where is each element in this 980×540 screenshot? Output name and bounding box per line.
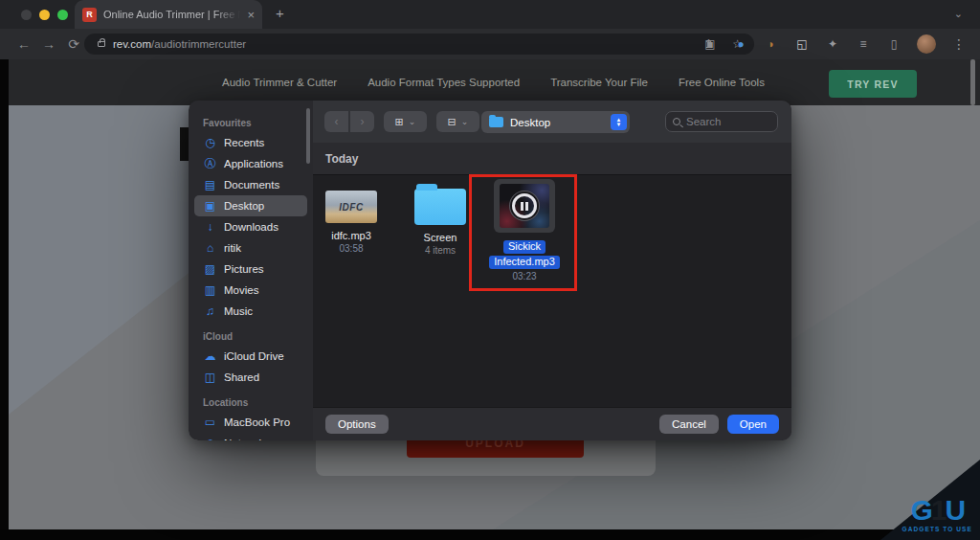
sidebar-item-pictures[interactable]: ▨Pictures (194, 259, 307, 280)
site-nav: Audio Trimmer & CutterAudio Format Types… (222, 59, 765, 105)
file-item-sickick-selected[interactable]: Sickick Infected.mp3 03:23 (483, 179, 566, 281)
chevron-down-icon: ⌄ (409, 117, 416, 126)
dialog-toolbar: ‹ › ⊞⌄ ⊟⌄ Desktop ▲▼ Search (313, 101, 791, 143)
try-rev-button[interactable]: TRY REV (829, 70, 917, 98)
grid-view-icon: ⊞ (395, 116, 404, 128)
sidebar-item-label: Desktop (224, 200, 264, 212)
screen-bezel-left (0, 59, 9, 529)
file-grid: IDFC idfc.mp3 03:58 Screen 4 items (313, 175, 791, 407)
sidebar-item-recents[interactable]: ◷Recents (194, 132, 307, 153)
location-dropdown[interactable]: Desktop ▲▼ (481, 111, 630, 133)
sidebar-item-label: ritik (224, 242, 241, 254)
selected-file-name: Sickick Infected.mp3 (483, 238, 566, 269)
network-globe-icon: ◍ (203, 437, 217, 440)
thumbnail-text: IDFC (339, 202, 363, 213)
watermark-letter: G (910, 494, 930, 526)
cancel-button[interactable]: Cancel (659, 415, 719, 434)
sidebar-item-label: Movies (224, 284, 258, 296)
camera-extension-icon[interactable]: ▣ (702, 37, 718, 51)
sidebar-item-label: iCloud Drive (224, 350, 284, 362)
laptop-icon: ▭ (203, 416, 217, 429)
extensions-puzzle-icon[interactable]: ✦ (825, 37, 840, 51)
side-panel-icon[interactable]: ▯ (886, 37, 902, 51)
sidebar-item-label: Recents (224, 137, 264, 148)
applications-icon: Ⓐ (203, 156, 217, 172)
tab-favicon: R (82, 8, 97, 22)
movies-icon: ▥ (203, 283, 217, 297)
file-duration: 03:58 (321, 243, 382, 254)
file-name: idfc.mp3 (321, 230, 382, 241)
sidebar-scrollbar[interactable] (306, 108, 310, 164)
selected-thumbnail-highlight (494, 179, 555, 233)
sidebar-item-music[interactable]: ♫Music (194, 301, 307, 322)
new-tab-button[interactable]: + (276, 5, 284, 21)
tab-title: Online Audio Trimmer | Free M (103, 9, 240, 20)
group-view-button[interactable]: ⊟⌄ (436, 111, 479, 132)
sidebar-item-applications[interactable]: ⒶApplications (194, 153, 307, 174)
window-zoom-button[interactable] (57, 10, 68, 20)
screen: R Online Audio Trimmer | Free M × + ⌄ ← … (0, 0, 980, 540)
browser-tab[interactable]: R Online Audio Trimmer | Free M × (75, 0, 262, 29)
nav-link-0[interactable]: Audio Trimmer & Cutter (222, 77, 337, 88)
url-domain: rev.com (113, 38, 151, 50)
sidebar-item-icloud-drive[interactable]: ☁iCloud Drive (194, 346, 307, 367)
watermark-logo: G1U GADGETS TO USE (902, 497, 972, 532)
sidebar-item-network[interactable]: ◍Network (194, 433, 307, 440)
tab-search-chevron-icon[interactable]: ⌄ (954, 8, 963, 20)
pause-ring-icon (512, 193, 537, 218)
sidebar-item-movies[interactable]: ▥Movies (194, 280, 307, 301)
sidebar-item-label: Shared (224, 371, 259, 383)
search-field[interactable]: Search (665, 111, 778, 132)
screen-bezel-bottom (0, 529, 980, 540)
clock-icon: ◷ (203, 136, 217, 149)
nav-link-2[interactable]: Transcribe Your File (550, 77, 648, 88)
options-button[interactable]: Options (325, 415, 389, 434)
file-item-idfc[interactable]: IDFC idfc.mp3 03:58 (321, 191, 382, 254)
back-button[interactable]: ← (11, 36, 36, 52)
tab-close-icon[interactable]: × (247, 8, 255, 22)
sidebar-item-downloads[interactable]: ↓Downloads (194, 216, 307, 237)
nav-link-3[interactable]: Free Online Tools (679, 77, 765, 88)
downloads-icon: ↓ (203, 220, 217, 234)
audio-thumbnail: IDFC (325, 191, 377, 223)
sidebar-item-shared[interactable]: ◫Shared (194, 367, 307, 388)
reading-list-icon[interactable]: ≡ (856, 37, 871, 51)
page-edge-element (180, 127, 189, 161)
forward-button[interactable]: → (36, 36, 61, 52)
dialog-footer: Options Cancel Open (313, 407, 791, 440)
sidebar-item-macbook-pro[interactable]: ▭MacBook Pro (194, 412, 307, 433)
sidebar-section-title: Locations (203, 397, 313, 408)
blue-extension-icon[interactable]: ● (733, 37, 748, 51)
icon-view-button[interactable]: ⊞⌄ (384, 111, 427, 132)
site-header: Audio Trimmer & CutterAudio Format Types… (0, 59, 980, 105)
sidebar-item-documents[interactable]: ▤Documents (194, 174, 307, 195)
sidebar-item-ritik[interactable]: ⌂ritik (194, 237, 307, 259)
menu-dots-icon[interactable]: ⋮ (951, 36, 967, 52)
window-close-button[interactable] (21, 10, 32, 20)
open-button[interactable]: Open (727, 415, 779, 434)
folder-icon (489, 117, 503, 127)
dialog-back-button[interactable]: ‹ (324, 111, 348, 132)
sidebar-item-label: Music (224, 305, 253, 317)
profile-avatar[interactable] (917, 34, 936, 54)
url-text: rev.com/audiotrimmercutter (113, 38, 246, 50)
folder-item-screen[interactable]: Screen 4 items (404, 185, 477, 256)
group-header-today: Today (313, 143, 791, 175)
folder-name: Screen (404, 232, 477, 243)
swoosh-extension-icon[interactable]: ◗ (764, 37, 779, 51)
window-controls[interactable] (21, 10, 68, 20)
watermark-letter: 1 (931, 494, 946, 526)
dialog-forward-button[interactable]: › (350, 111, 374, 132)
sidebar-item-desktop[interactable]: ▣Desktop (194, 195, 307, 216)
screen-capture-extension-icon[interactable]: ◱ (794, 37, 810, 51)
address-bar[interactable]: rev.com/audiotrimmercutter ↥ ☆ (84, 34, 754, 55)
sidebar-section-title: iCloud (203, 331, 313, 342)
page-scrollbar[interactable] (970, 59, 975, 105)
file-duration: 03:23 (483, 271, 566, 281)
window-minimize-button[interactable] (39, 10, 50, 20)
shared-folder-icon: ◫ (203, 371, 217, 384)
url-path: /audiotrimmercutter (151, 38, 246, 50)
nav-link-1[interactable]: Audio Format Types Supported (368, 77, 520, 88)
reload-button[interactable]: ⟳ (61, 36, 86, 52)
music-note-icon: ♫ (203, 304, 217, 318)
